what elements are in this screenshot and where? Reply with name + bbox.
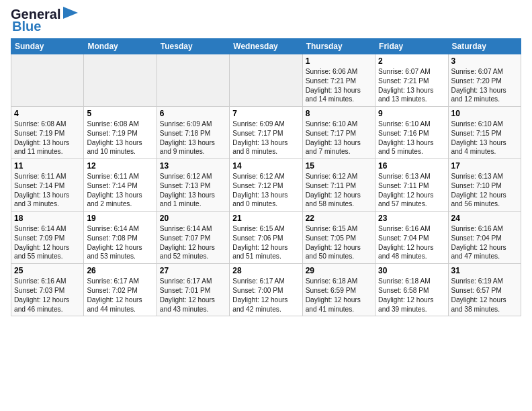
calendar-cell: 19Sunrise: 6:14 AM Sunset: 7:08 PM Dayli…: [84, 212, 157, 264]
calendar-cell: 12Sunrise: 6:11 AM Sunset: 7:14 PM Dayli…: [84, 159, 157, 212]
day-number: 14: [232, 161, 299, 171]
day-info: Sunrise: 6:19 AM Sunset: 6:57 PM Dayligh…: [451, 277, 518, 314]
calendar-cell: 4Sunrise: 6:08 AM Sunset: 7:19 PM Daylig…: [11, 107, 84, 159]
calendar-cell: 24Sunrise: 6:16 AM Sunset: 7:04 PM Dayli…: [448, 212, 521, 264]
calendar-cell: 7Sunrise: 6:09 AM Sunset: 7:17 PM Daylig…: [230, 107, 302, 159]
day-info: Sunrise: 6:16 AM Sunset: 7:04 PM Dayligh…: [378, 224, 445, 261]
calendar-cell: 10Sunrise: 6:10 AM Sunset: 7:15 PM Dayli…: [448, 107, 521, 159]
calendar-cell: 26Sunrise: 6:17 AM Sunset: 7:02 PM Dayli…: [84, 264, 157, 316]
calendar-cell: 16Sunrise: 6:13 AM Sunset: 7:11 PM Dayli…: [375, 159, 448, 212]
day-info: Sunrise: 6:14 AM Sunset: 7:07 PM Dayligh…: [160, 224, 226, 261]
calendar-body: 1Sunrise: 6:06 AM Sunset: 7:21 PM Daylig…: [11, 54, 521, 316]
day-number: 11: [14, 161, 81, 171]
calendar-cell: 3Sunrise: 6:07 AM Sunset: 7:20 PM Daylig…: [448, 54, 521, 107]
day-info: Sunrise: 6:12 AM Sunset: 7:12 PM Dayligh…: [232, 172, 299, 209]
day-number: 16: [378, 161, 445, 171]
calendar-cell: 1Sunrise: 6:06 AM Sunset: 7:21 PM Daylig…: [302, 54, 375, 107]
calendar-cell: 27Sunrise: 6:17 AM Sunset: 7:01 PM Dayli…: [157, 264, 229, 316]
day-number: 28: [232, 266, 299, 275]
day-info: Sunrise: 6:09 AM Sunset: 7:18 PM Dayligh…: [160, 120, 226, 156]
day-info: Sunrise: 6:15 AM Sunset: 7:06 PM Dayligh…: [232, 224, 299, 261]
day-number: 7: [232, 109, 299, 118]
calendar-cell: 23Sunrise: 6:16 AM Sunset: 7:04 PM Dayli…: [375, 212, 448, 264]
calendar-cell: [84, 54, 157, 107]
day-number: 3: [451, 56, 518, 66]
day-info: Sunrise: 6:14 AM Sunset: 7:09 PM Dayligh…: [14, 224, 81, 261]
day-info: Sunrise: 6:08 AM Sunset: 7:19 PM Dayligh…: [14, 120, 81, 156]
day-number: 21: [232, 214, 299, 223]
calendar-cell: 13Sunrise: 6:12 AM Sunset: 7:13 PM Dayli…: [157, 159, 229, 212]
day-number: 5: [87, 109, 153, 118]
calendar-cell: 6Sunrise: 6:09 AM Sunset: 7:18 PM Daylig…: [157, 107, 229, 159]
day-number: 29: [306, 266, 372, 275]
logo-arrow-icon: [63, 7, 78, 19]
header: General Blue: [11, 7, 521, 34]
dow-header-friday: Friday: [375, 39, 448, 54]
day-number: 30: [378, 266, 445, 275]
calendar-cell: 29Sunrise: 6:18 AM Sunset: 6:59 PM Dayli…: [302, 264, 375, 316]
calendar-cell: [230, 54, 302, 107]
day-number: 31: [451, 266, 518, 275]
calendar-cell: 30Sunrise: 6:18 AM Sunset: 6:58 PM Dayli…: [375, 264, 448, 316]
calendar-cell: 8Sunrise: 6:10 AM Sunset: 7:17 PM Daylig…: [302, 107, 375, 159]
day-number: 20: [160, 214, 226, 223]
logo-blue: Blue: [12, 19, 41, 34]
day-info: Sunrise: 6:14 AM Sunset: 7:08 PM Dayligh…: [87, 224, 153, 261]
day-info: Sunrise: 6:06 AM Sunset: 7:21 PM Dayligh…: [306, 67, 372, 104]
day-info: Sunrise: 6:13 AM Sunset: 7:10 PM Dayligh…: [451, 172, 518, 209]
dow-header-monday: Monday: [84, 39, 157, 54]
day-info: Sunrise: 6:10 AM Sunset: 7:15 PM Dayligh…: [451, 120, 518, 156]
day-number: 4: [14, 109, 81, 118]
day-number: 24: [451, 214, 518, 223]
day-info: Sunrise: 6:12 AM Sunset: 7:13 PM Dayligh…: [160, 172, 226, 209]
day-info: Sunrise: 6:17 AM Sunset: 7:00 PM Dayligh…: [232, 277, 299, 314]
page: General Blue SundayMondayTuesdayWednesda…: [0, 0, 532, 323]
day-info: Sunrise: 6:12 AM Sunset: 7:11 PM Dayligh…: [306, 172, 372, 209]
day-info: Sunrise: 6:09 AM Sunset: 7:17 PM Dayligh…: [232, 120, 299, 156]
calendar-cell: 2Sunrise: 6:07 AM Sunset: 7:21 PM Daylig…: [375, 54, 448, 107]
day-info: Sunrise: 6:13 AM Sunset: 7:11 PM Dayligh…: [378, 172, 445, 209]
svg-marker-0: [63, 7, 78, 19]
day-info: Sunrise: 6:18 AM Sunset: 6:58 PM Dayligh…: [378, 277, 445, 314]
day-info: Sunrise: 6:16 AM Sunset: 7:03 PM Dayligh…: [14, 277, 81, 314]
calendar-cell: [157, 54, 229, 107]
day-number: 10: [451, 109, 518, 118]
week-row-4: 18Sunrise: 6:14 AM Sunset: 7:09 PM Dayli…: [11, 212, 521, 264]
day-number: 27: [160, 266, 226, 275]
day-number: 15: [306, 161, 372, 171]
day-info: Sunrise: 6:16 AM Sunset: 7:04 PM Dayligh…: [451, 224, 518, 261]
calendar-cell: [11, 54, 84, 107]
day-number: 18: [14, 214, 81, 223]
day-info: Sunrise: 6:17 AM Sunset: 7:02 PM Dayligh…: [87, 277, 153, 314]
day-info: Sunrise: 6:07 AM Sunset: 7:20 PM Dayligh…: [451, 67, 518, 104]
calendar-cell: 28Sunrise: 6:17 AM Sunset: 7:00 PM Dayli…: [230, 264, 302, 316]
day-of-week-row: SundayMondayTuesdayWednesdayThursdayFrid…: [11, 39, 521, 54]
day-info: Sunrise: 6:07 AM Sunset: 7:21 PM Dayligh…: [378, 67, 445, 104]
day-number: 22: [306, 214, 372, 223]
calendar-cell: 31Sunrise: 6:19 AM Sunset: 6:57 PM Dayli…: [448, 264, 521, 316]
calendar-table: SundayMondayTuesdayWednesdayThursdayFrid…: [11, 38, 521, 316]
day-info: Sunrise: 6:08 AM Sunset: 7:19 PM Dayligh…: [87, 120, 153, 156]
day-number: 13: [160, 161, 226, 171]
day-number: 12: [87, 161, 153, 171]
day-number: 17: [451, 161, 518, 171]
calendar-cell: 17Sunrise: 6:13 AM Sunset: 7:10 PM Dayli…: [448, 159, 521, 212]
day-number: 19: [87, 214, 153, 223]
dow-header-saturday: Saturday: [448, 39, 521, 54]
day-info: Sunrise: 6:11 AM Sunset: 7:14 PM Dayligh…: [87, 172, 153, 209]
day-number: 6: [160, 109, 226, 118]
dow-header-tuesday: Tuesday: [157, 39, 229, 54]
calendar-cell: 22Sunrise: 6:15 AM Sunset: 7:05 PM Dayli…: [302, 212, 375, 264]
day-number: 25: [14, 266, 81, 275]
day-number: 26: [87, 266, 153, 275]
calendar-cell: 21Sunrise: 6:15 AM Sunset: 7:06 PM Dayli…: [230, 212, 302, 264]
calendar-cell: 9Sunrise: 6:10 AM Sunset: 7:16 PM Daylig…: [375, 107, 448, 159]
day-info: Sunrise: 6:11 AM Sunset: 7:14 PM Dayligh…: [14, 172, 81, 209]
day-number: 2: [378, 56, 445, 66]
logo: General Blue: [11, 7, 78, 34]
day-info: Sunrise: 6:10 AM Sunset: 7:16 PM Dayligh…: [378, 120, 445, 156]
week-row-3: 11Sunrise: 6:11 AM Sunset: 7:14 PM Dayli…: [11, 159, 521, 212]
week-row-2: 4Sunrise: 6:08 AM Sunset: 7:19 PM Daylig…: [11, 107, 521, 159]
day-number: 1: [306, 56, 372, 66]
day-info: Sunrise: 6:15 AM Sunset: 7:05 PM Dayligh…: [306, 224, 372, 261]
